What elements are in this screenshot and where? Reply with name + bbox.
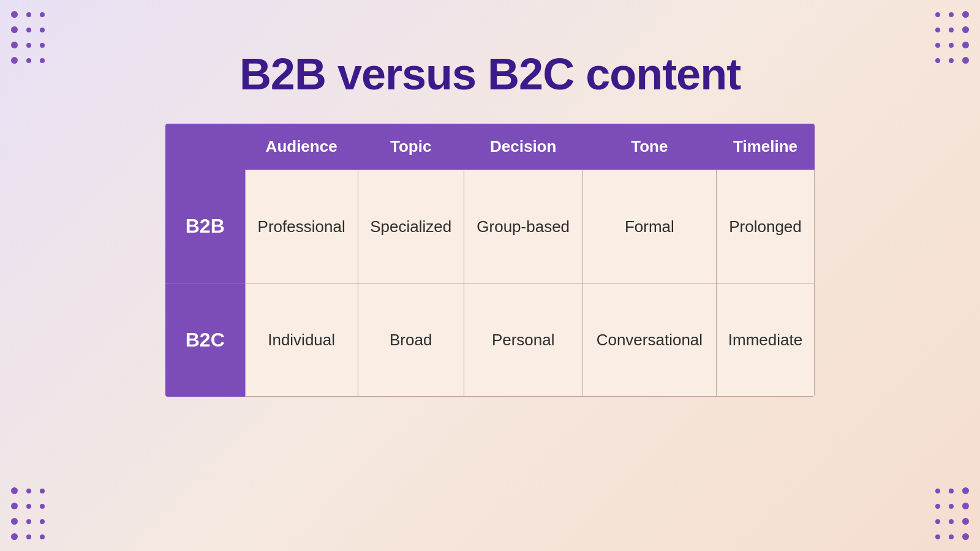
cell-b2b-timeline: Prolonged: [717, 170, 815, 283]
header-decision: Decision: [464, 124, 582, 170]
header-audience: Audience: [245, 124, 358, 170]
row-label-b2b: B2B: [165, 170, 245, 283]
cell-b2b-audience: Professional: [245, 170, 358, 283]
header-timeline: Timeline: [717, 124, 815, 170]
header-topic: Topic: [358, 124, 464, 170]
cell-b2c-audience: Individual: [245, 283, 358, 397]
table-container: Audience Topic Decision Tone Timeline B2…: [0, 124, 980, 397]
table-header-row: Audience Topic Decision Tone Timeline: [165, 124, 815, 170]
dots-top-left: [11, 11, 45, 64]
dots-bottom-left: [11, 487, 45, 540]
header-tone: Tone: [582, 124, 716, 170]
cell-b2c-topic: Broad: [358, 283, 464, 397]
comparison-table: Audience Topic Decision Tone Timeline B2…: [165, 124, 815, 397]
cell-b2b-decision: Group-based: [464, 170, 582, 283]
cell-b2b-topic: Specialized: [358, 170, 464, 283]
dots-bottom-right: [935, 487, 969, 540]
row-label-b2c: B2C: [165, 283, 245, 397]
cell-b2c-tone: Conversational: [582, 283, 716, 397]
cell-b2c-decision: Personal: [464, 283, 582, 397]
header-empty: [165, 124, 245, 170]
dots-top-right: [935, 11, 969, 64]
page-title: B2B versus B2C content: [0, 0, 980, 124]
cell-b2c-timeline: Immediate: [717, 283, 815, 397]
table-row-b2b: B2B Professional Specialized Group-based…: [165, 170, 815, 283]
cell-b2b-tone: Formal: [582, 170, 716, 283]
table-row-b2c: B2C Individual Broad Personal Conversati…: [165, 283, 815, 397]
